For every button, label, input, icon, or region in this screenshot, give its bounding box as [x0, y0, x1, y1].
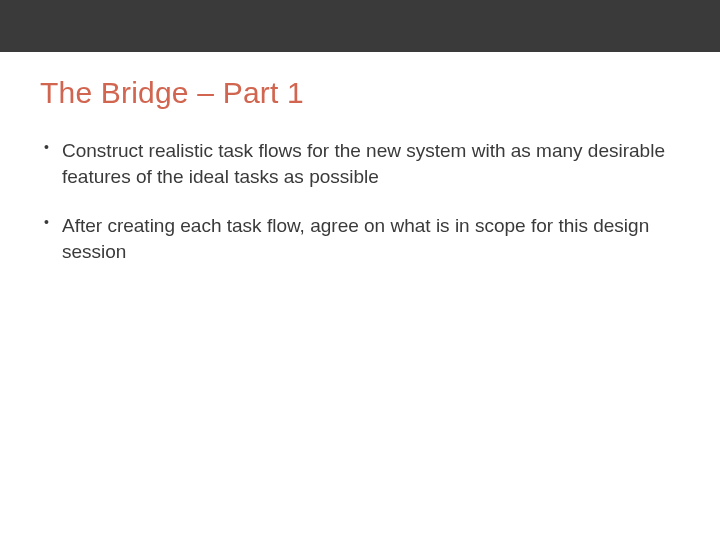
bullet-list: Construct realistic task flows for the n… [40, 138, 680, 265]
list-item: After creating each task flow, agree on … [44, 213, 680, 264]
slide-content: The Bridge – Part 1 Construct realistic … [0, 52, 720, 265]
list-item: Construct realistic task flows for the n… [44, 138, 680, 189]
top-bar [0, 0, 720, 52]
slide-title: The Bridge – Part 1 [40, 76, 680, 110]
